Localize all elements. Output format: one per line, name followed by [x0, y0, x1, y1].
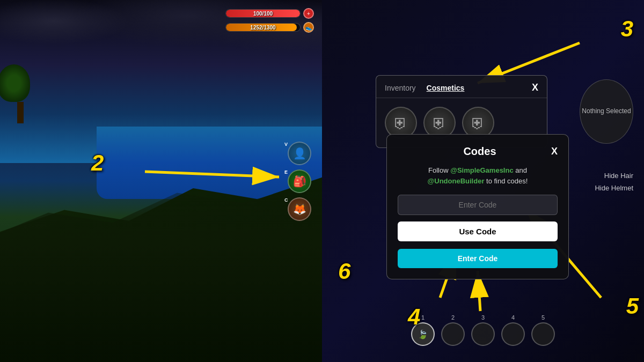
slot-4-circle: [501, 322, 525, 346]
game-scene: 100/100 + 1252/1300 👟 👤 V 🎒 E 🦊 C: [0, 0, 322, 362]
inventory-button[interactable]: 👤 V: [288, 142, 311, 165]
slot-3-circle: [471, 322, 495, 346]
codes-header: Codes X: [398, 145, 558, 158]
helmet-icon-1: ⛨: [393, 114, 408, 132]
helmet-icon-2: ⛨: [432, 114, 447, 132]
code-input[interactable]: [398, 195, 558, 215]
slot-5-circle: [531, 322, 555, 346]
action-buttons: 👤 V 🎒 E 🦊 C: [288, 142, 311, 221]
tree-trunk: [17, 102, 24, 123]
slot-1-number: 1: [421, 314, 425, 321]
profile-icon: 🦊: [293, 203, 306, 216]
inventory-icon: 👤: [293, 147, 306, 160]
hotbar: 1 🍃 2 3 4 5: [411, 314, 555, 346]
tree: [11, 64, 30, 123]
use-code-button[interactable]: Use Code: [398, 221, 558, 241]
helmet-icon-3: ⛨: [471, 114, 486, 132]
gear-button[interactable]: 🎒 E: [288, 169, 311, 193]
tree-foliage: [0, 64, 30, 102]
annotation-2: 2: [91, 150, 104, 176]
hide-hair-option[interactable]: Hide Hair: [595, 172, 633, 180]
tab-cosmetics[interactable]: Cosmetics: [427, 84, 465, 92]
hotbar-slot-5[interactable]: 5: [531, 314, 555, 346]
inventory-key-label: V: [284, 142, 288, 147]
slot-3-number: 3: [481, 314, 485, 321]
inventory-close-button[interactable]: X: [532, 82, 538, 93]
codes-title: Codes: [408, 145, 551, 158]
annotation-6: 6: [338, 258, 350, 284]
enter-code-button[interactable]: Enter Code: [398, 249, 558, 268]
health-icon: +: [303, 8, 314, 19]
stamina-label: 1252/1300: [250, 25, 275, 31]
hide-helmet-option[interactable]: Hide Helmet: [595, 184, 633, 192]
codes-close-button[interactable]: X: [551, 146, 558, 157]
stamina-bar-wrapper: 1252/1300: [225, 23, 301, 32]
gear-key-label: E: [284, 169, 288, 175]
stamina-bar-row: 1252/1300 👟: [225, 22, 314, 33]
slot-5-number: 5: [541, 314, 545, 321]
gear-icon: 🎒: [293, 175, 306, 188]
health-label: 100/100: [253, 11, 273, 17]
profile-button[interactable]: 🦊 C: [288, 197, 311, 221]
nothing-selected-panel: Nothing Selected: [580, 79, 633, 144]
slot-1-icon: 🍃: [418, 329, 428, 339]
profile-key-label: C: [284, 197, 288, 203]
nothing-selected-text: Nothing Selected: [582, 107, 631, 116]
modal-tabs: Inventory Cosmetics X: [376, 76, 547, 98]
slot-2-circle: [441, 322, 465, 346]
slot-2-number: 2: [451, 314, 455, 321]
side-options: Hide Hair Hide Helmet: [595, 172, 633, 192]
hud: 100/100 + 1252/1300 👟: [225, 8, 314, 33]
codes-desc-line1: Follow: [428, 166, 450, 174]
annotation-4: 4: [408, 304, 420, 330]
codes-simplegames: @SimpleGamesInc: [450, 166, 513, 174]
stamina-icon: 👟: [303, 22, 314, 33]
tab-inventory[interactable]: Inventory: [385, 84, 416, 92]
right-panel: Inventory Cosmetics X ⛨ ⛨ ⛨ Nothing Sele…: [322, 0, 644, 362]
hotbar-slot-3[interactable]: 3: [471, 314, 495, 346]
annotation-5: 5: [626, 293, 639, 319]
codes-desc-and: and: [514, 166, 527, 174]
annotation-3: 3: [621, 16, 633, 42]
codes-modal: Codes X Follow @SimpleGamesInc and @Undo…: [386, 134, 569, 279]
codes-undonebuilder: @UndoneBuilder: [428, 177, 485, 185]
hotbar-slot-4[interactable]: 4: [501, 314, 525, 346]
codes-desc-line2: to find codes!: [484, 177, 528, 185]
slot-4-number: 4: [511, 314, 515, 321]
health-bar-row: 100/100 +: [225, 8, 314, 19]
codes-description: Follow @SimpleGamesInc and @UndoneBuilde…: [398, 165, 558, 186]
hotbar-slot-2[interactable]: 2: [441, 314, 465, 346]
health-bar-wrapper: 100/100: [225, 9, 301, 18]
